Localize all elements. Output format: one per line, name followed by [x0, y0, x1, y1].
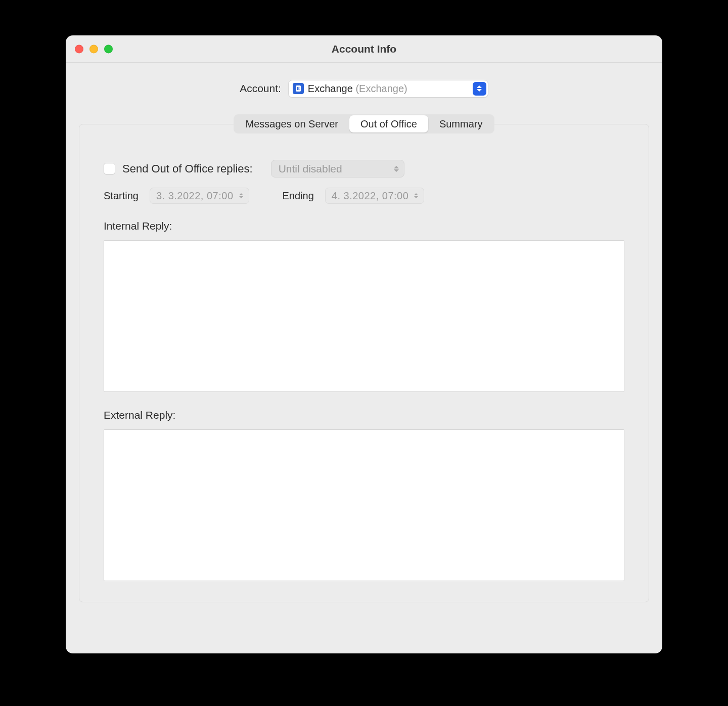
exchange-icon: E: [293, 83, 304, 94]
send-ooo-checkbox[interactable]: [104, 163, 115, 174]
tab-messages-on-server[interactable]: Messages on Server: [235, 115, 349, 133]
send-ooo-label: Send Out of Office replies:: [122, 162, 253, 175]
window-controls: [75, 45, 113, 53]
external-reply-textarea[interactable]: [104, 429, 624, 581]
chevron-updown-icon: [392, 162, 401, 175]
tab-summary[interactable]: Summary: [428, 115, 494, 133]
zoom-icon[interactable]: [104, 45, 113, 53]
tab-bar: Messages on Server Out of Office Summary: [234, 114, 495, 134]
starting-label: Starting: [104, 190, 139, 202]
starting-date-field[interactable]: 3. 3.2022, 07:00: [150, 188, 249, 204]
starting-value: 3. 3.2022, 07:00: [156, 190, 234, 202]
title-bar: Account Info: [66, 35, 662, 63]
window-title: Account Info: [66, 43, 662, 55]
account-name: Exchange: [308, 83, 353, 94]
minimize-icon[interactable]: [89, 45, 98, 53]
chevron-updown-icon: [473, 82, 486, 96]
tab-out-of-office[interactable]: Out of Office: [349, 115, 428, 133]
account-popup[interactable]: E Exchange (Exchange): [288, 80, 488, 98]
close-icon[interactable]: [75, 45, 83, 53]
ooo-mode-value: Until disabled: [279, 163, 342, 175]
ending-date-field[interactable]: 4. 3.2022, 07:00: [325, 188, 425, 204]
external-reply-label: External Reply:: [104, 409, 624, 421]
account-label: Account:: [240, 82, 281, 95]
ending-value: 4. 3.2022, 07:00: [332, 190, 409, 202]
stepper-icon: [412, 193, 421, 198]
internal-reply-label: Internal Reply:: [104, 220, 624, 232]
internal-reply-textarea[interactable]: [104, 240, 624, 392]
stepper-icon: [237, 193, 246, 198]
ending-label: Ending: [283, 190, 314, 202]
ooo-mode-popup[interactable]: Until disabled: [271, 160, 404, 178]
account-toolbar: Account: E Exchange (Exchange): [66, 63, 662, 114]
account-type: (Exchange): [355, 83, 407, 94]
out-of-office-pane: Send Out of Office replies: Until disabl…: [79, 124, 649, 602]
account-info-window: Account Info Account: E Exchange (Exchan…: [66, 35, 662, 653]
